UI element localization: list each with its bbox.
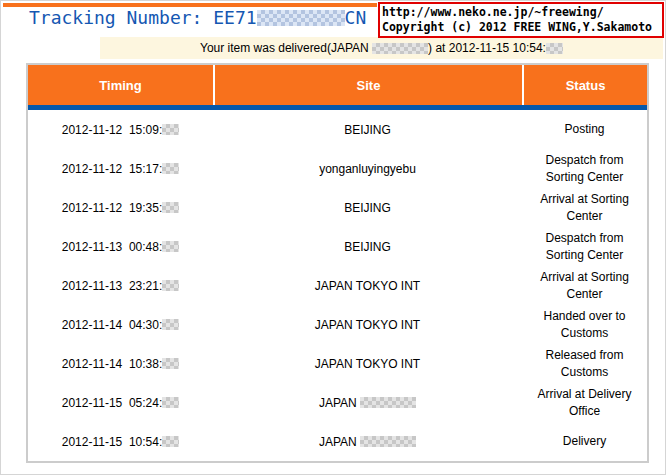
timing-text: 2012-11-12 15:09: — [62, 123, 163, 137]
tracking-table: Timing Site Status 2012-11-12 15:09:BEIJ… — [26, 63, 649, 463]
table-body: 2012-11-12 15:09:BEIJINGPosting2012-11-1… — [28, 110, 647, 461]
timing-text: 2012-11-13 23:21: — [62, 279, 163, 293]
timing-text: 2012-11-14 10:38: — [62, 357, 163, 371]
timing-cell: 2012-11-14 10:38: — [28, 344, 213, 383]
status-text: Arrival at Delivery Office — [526, 386, 644, 420]
censored-seconds — [162, 358, 179, 369]
site-cell: yonganluyingyebu — [213, 149, 522, 188]
tracking-number-suffix: CN — [345, 7, 367, 28]
timing-text: 2012-11-13 00:48: — [62, 240, 163, 254]
delivery-notice-text-before: Your item was delivered(JAPAN — [200, 41, 372, 55]
status-cell: Despatch from Sorting Center — [522, 227, 647, 266]
status-text: Delivery — [563, 433, 606, 450]
table-row: 2012-11-12 19:35:BEIJINGArrival at Sorti… — [28, 188, 647, 227]
timing-cell: 2012-11-12 15:17: — [28, 149, 213, 188]
table-row: 2012-11-14 04:30:JAPAN TOKYO INTHanded o… — [28, 305, 647, 344]
censored-seconds — [162, 241, 179, 252]
timing-cell: 2012-11-12 15:09: — [28, 110, 213, 149]
table-header-row: Timing Site Status — [28, 65, 647, 105]
column-header-timing: Timing — [28, 65, 213, 105]
tracking-page: http://www.neko.ne.jp/~freewing/ Copyrig… — [0, 0, 666, 475]
site-text: JAPAN TOKYO INT — [315, 357, 420, 371]
site-text: JAPAN TOKYO INT — [315, 318, 420, 332]
column-header-site: Site — [213, 65, 522, 105]
censored-seconds — [162, 319, 179, 330]
censored-site-name — [360, 436, 416, 447]
table-row: 2012-11-15 10:54:JAPAN Delivery — [28, 422, 647, 461]
site-text: JAPAN — [319, 435, 360, 449]
delivery-notice: Your item was delivered(JAPAN ) at 2012-… — [100, 37, 663, 59]
site-cell: JAPAN TOKYO INT — [213, 344, 522, 383]
timing-text: 2012-11-15 10:54: — [62, 435, 163, 449]
censored-site-name — [360, 397, 416, 408]
copyright-credit: Copyright (c) 2012 FREE WING,Y.Sakamoto — [382, 20, 660, 35]
site-cell: BEIJING — [213, 227, 522, 266]
site-cell: JAPAN TOKYO INT — [213, 305, 522, 344]
table-row: 2012-11-14 10:38:JAPAN TOKYO INTReleased… — [28, 344, 647, 383]
table-row: 2012-11-13 00:48:BEIJINGDespatch from So… — [28, 227, 647, 266]
timing-cell: 2012-11-13 23:21: — [28, 266, 213, 305]
censored-tracking-number — [257, 10, 345, 26]
timing-text: 2012-11-12 19:35: — [62, 201, 163, 215]
censored-delivery-seconds — [546, 43, 563, 54]
status-cell: Arrival at Delivery Office — [522, 383, 647, 422]
censored-seconds — [162, 436, 179, 447]
timing-text: 2012-11-12 15:17: — [62, 162, 163, 176]
timing-cell: 2012-11-13 00:48: — [28, 227, 213, 266]
censored-seconds — [162, 202, 179, 213]
site-text: BEIJING — [344, 123, 391, 137]
status-cell: Posting — [522, 110, 647, 149]
site-cell: BEIJING — [213, 110, 522, 149]
column-header-status: Status — [522, 65, 647, 105]
site-cell: JAPAN — [213, 422, 522, 461]
status-cell: Despatch from Sorting Center — [522, 149, 647, 188]
status-text: Handed over to Customs — [526, 308, 644, 342]
status-text: Released from Customs — [526, 347, 644, 381]
timing-cell: 2012-11-15 10:54: — [28, 422, 213, 461]
status-cell: Released from Customs — [522, 344, 647, 383]
site-text: JAPAN — [319, 396, 360, 410]
status-cell: Arrival at Sorting Center — [522, 266, 647, 305]
timing-cell: 2012-11-12 19:35: — [28, 188, 213, 227]
table-row: 2012-11-12 15:17:yonganluyingyebuDespatc… — [28, 149, 647, 188]
site-text: JAPAN TOKYO INT — [315, 279, 420, 293]
censored-seconds — [162, 280, 179, 291]
site-text: BEIJING — [344, 201, 391, 215]
site-cell: JAPAN TOKYO INT — [213, 266, 522, 305]
censored-seconds — [162, 124, 179, 135]
status-text: Despatch from Sorting Center — [526, 230, 644, 264]
status-cell: Delivery — [522, 422, 647, 461]
timing-text: 2012-11-15 05:24: — [62, 396, 163, 410]
status-text: Despatch from Sorting Center — [526, 152, 644, 186]
timing-text: 2012-11-14 04:30: — [62, 318, 163, 332]
site-text: BEIJING — [344, 240, 391, 254]
status-text: Arrival at Sorting Center — [526, 269, 644, 303]
page-title: Tracking Number: EE71CN — [29, 7, 366, 28]
timing-cell: 2012-11-15 05:24: — [28, 383, 213, 422]
site-cell: JAPAN — [213, 383, 522, 422]
status-cell: Handed over to Customs — [522, 305, 647, 344]
site-text: yonganluyingyebu — [319, 162, 416, 176]
table-row: 2012-11-12 15:09:BEIJINGPosting — [28, 110, 647, 149]
timing-cell: 2012-11-14 04:30: — [28, 305, 213, 344]
table-row: 2012-11-15 05:24:JAPAN Arrival at Delive… — [28, 383, 647, 422]
status-text: Arrival at Sorting Center — [526, 191, 644, 225]
status-cell: Arrival at Sorting Center — [522, 188, 647, 227]
site-cell: BEIJING — [213, 188, 522, 227]
delivery-notice-text-after: ) at 2012-11-15 10:54: — [428, 41, 546, 55]
tracking-number-prefix: Tracking Number: EE71 — [29, 7, 257, 28]
censored-seconds — [162, 163, 179, 174]
copyright-box: http://www.neko.ne.jp/~freewing/ Copyrig… — [378, 2, 664, 38]
censored-delivery-office — [372, 43, 428, 54]
table-row: 2012-11-13 23:21:JAPAN TOKYO INTArrival … — [28, 266, 647, 305]
censored-seconds — [162, 397, 179, 408]
copyright-url-link[interactable]: http://www.neko.ne.jp/~freewing/ — [382, 5, 660, 20]
status-text: Posting — [564, 121, 604, 138]
